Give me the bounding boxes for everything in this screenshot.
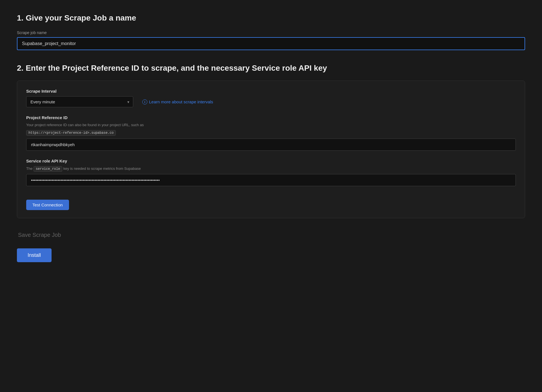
test-connection-button[interactable]: Test Connection — [26, 200, 69, 210]
service-role-sublabel-prefix: The — [26, 166, 32, 171]
project-ref-section: Project Reference ID Your project refere… — [26, 115, 516, 151]
learn-more-text: Learn more about scrape intervals — [149, 99, 213, 104]
section-2: 2. Enter the Project Reference ID to scr… — [17, 64, 525, 218]
section-1: 1. Give your Scrape Job a name Scrape jo… — [17, 14, 525, 50]
project-ref-sublabel: Your project reference ID can also be fo… — [26, 123, 516, 127]
project-ref-url-example-wrapper: https://<project-reference-id>.supabase.… — [26, 130, 516, 136]
project-ref-url-example: https://<project-reference-id>.supabase.… — [26, 130, 116, 136]
service-role-section: Service role API Key The service_role ke… — [26, 159, 516, 192]
save-scrape-job-label-wrapper: Save Scrape Job — [17, 232, 525, 238]
service-role-label: Service role API Key — [26, 159, 516, 163]
info-icon: i — [142, 99, 147, 104]
project-ref-label: Project Reference ID — [26, 115, 516, 120]
learn-more-link[interactable]: i Learn more about scrape intervals — [142, 99, 213, 104]
scrape-job-name-label: Scrape job name — [17, 30, 525, 35]
service-role-sublabel-suffix: key is needed to scrape metrics from Sup… — [63, 166, 141, 171]
scrape-interval-label: Scrape Interval — [26, 89, 516, 93]
interval-select[interactable]: Every minute Every 5 minutes Every 15 mi… — [26, 96, 133, 107]
scrape-job-name-field: Scrape job name — [17, 30, 525, 50]
service-role-api-key-input[interactable] — [26, 174, 516, 186]
section-1-title: 1. Give your Scrape Job a name — [17, 14, 525, 23]
service-role-sublabel: The service_role key is needed to scrape… — [26, 166, 516, 172]
scrape-interval-group: Scrape Interval Every minute Every 5 min… — [26, 89, 516, 107]
project-ref-input[interactable] — [26, 139, 516, 151]
save-scrape-job-label: Save Scrape Job — [18, 232, 61, 238]
project-ref-sublabel-text: Your project reference ID can also be fo… — [26, 123, 144, 127]
scrape-interval-row: Every minute Every 5 minutes Every 15 mi… — [26, 96, 516, 107]
interval-select-wrapper: Every minute Every 5 minutes Every 15 mi… — [26, 96, 133, 107]
service-role-code: service_role — [34, 166, 62, 172]
section-2-title: 2. Enter the Project Reference ID to scr… — [17, 64, 525, 73]
install-button-wrapper: Install — [17, 248, 525, 262]
section-2-box: Scrape Interval Every minute Every 5 min… — [17, 81, 525, 218]
scrape-job-name-input[interactable] — [17, 37, 525, 50]
install-button[interactable]: Install — [17, 248, 52, 262]
